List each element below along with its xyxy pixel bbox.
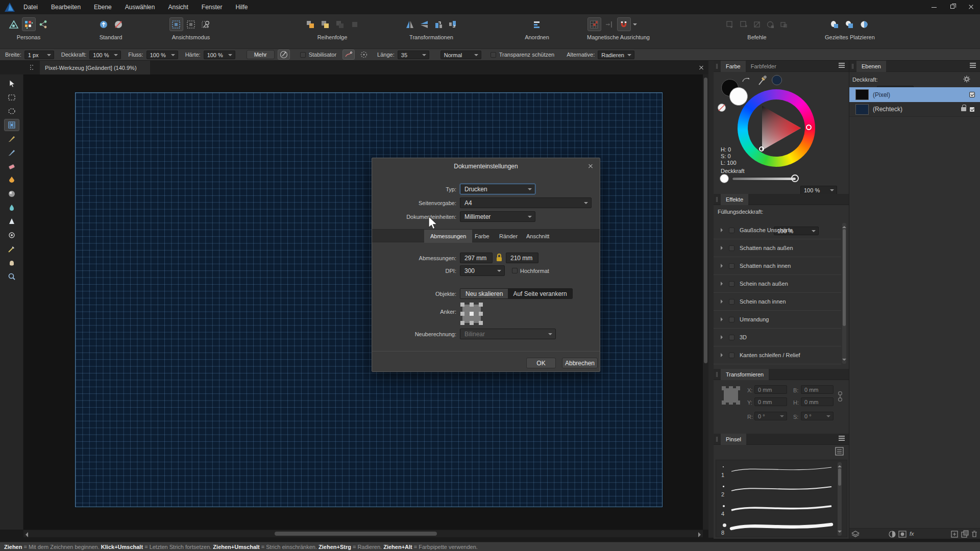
- panel-grip[interactable]: [716, 197, 718, 202]
- effect-row[interactable]: Schein nach innen: [714, 293, 841, 311]
- document-tab[interactable]: Pixel-Werkzeug [Geändert] (140.9%): [40, 61, 150, 74]
- layer-thumbnail[interactable]: [855, 89, 869, 100]
- tab-abmessungen[interactable]: Abmessungen: [424, 230, 472, 243]
- eraser-tool-icon[interactable]: [4, 160, 19, 172]
- move-tool-icon[interactable]: [4, 78, 19, 90]
- opacity-dropdown[interactable]: 100 %: [89, 51, 121, 59]
- blend-options-gear-icon[interactable]: [963, 75, 971, 83]
- move-to-front-icon[interactable]: [303, 17, 317, 31]
- effect-checkbox[interactable]: [729, 299, 734, 305]
- swap-colors-icon[interactable]: [742, 76, 751, 83]
- layer-row-pixel[interactable]: (Pixel): [849, 87, 980, 102]
- brush-settings-icon[interactable]: [278, 49, 290, 60]
- rotate-cw-icon[interactable]: [446, 17, 459, 31]
- effect-checkbox[interactable]: [729, 317, 734, 322]
- layer-row-rechteck[interactable]: (Rechteck): [849, 102, 980, 117]
- color-opacity-dropdown[interactable]: 100 %: [800, 186, 837, 194]
- move-to-back-icon[interactable]: [348, 17, 361, 31]
- effects-scrollbar[interactable]: [842, 223, 846, 364]
- blend-mode-dropdown[interactable]: Normal: [440, 51, 481, 59]
- layer-thumbnail[interactable]: [855, 104, 869, 115]
- place-replace-icon[interactable]: [857, 17, 871, 31]
- s-dropdown[interactable]: 0 °: [801, 412, 834, 420]
- expander-icon[interactable]: [721, 317, 725, 321]
- height-field[interactable]: 210 mm: [506, 253, 538, 263]
- panel-grip[interactable]: [716, 437, 718, 442]
- width-dropdown[interactable]: 1 px: [24, 51, 54, 59]
- menu-bearbeiten[interactable]: Bearbeiten: [51, 4, 81, 11]
- document-units-dropdown[interactable]: Millimeter: [460, 211, 535, 222]
- move-backward-icon[interactable]: [333, 17, 347, 31]
- vertical-scroll-thumb[interactable]: [704, 78, 707, 363]
- page-preset-dropdown[interactable]: A4: [460, 197, 592, 208]
- expander-icon[interactable]: [721, 353, 725, 357]
- pixel-persona-icon[interactable]: [22, 17, 36, 31]
- scroll-down-icon[interactable]: [842, 359, 846, 363]
- panel-menu-icon[interactable]: [839, 438, 845, 439]
- brush-stroke-preview[interactable]: [729, 519, 835, 534]
- resample-dropdown[interactable]: Bilinear: [460, 329, 556, 339]
- scroll-up-icon[interactable]: [838, 463, 842, 467]
- sl-marker[interactable]: [759, 146, 764, 152]
- more-button[interactable]: Mehr: [247, 50, 275, 59]
- tab-anschnitt[interactable]: Anschnitt: [520, 230, 555, 243]
- freehand-select-tool-icon[interactable]: [4, 105, 19, 117]
- hardness-dropdown[interactable]: 100 %: [204, 51, 235, 59]
- smudge-tool-icon[interactable]: [4, 202, 19, 214]
- foreground-color-swatch[interactable]: [729, 87, 748, 106]
- transform-link-icon[interactable]: [838, 389, 843, 405]
- align-icon[interactable]: [530, 17, 544, 31]
- stabilizer-checkbox[interactable]: [300, 52, 306, 58]
- dodge-tool-icon[interactable]: [4, 229, 19, 241]
- vertical-scrollbar[interactable]: [703, 74, 708, 530]
- b-field[interactable]: 0 mm: [801, 385, 834, 394]
- rotate-ccw-icon[interactable]: [432, 17, 445, 31]
- effect-checkbox[interactable]: [729, 245, 734, 251]
- panel-menu-icon[interactable]: [839, 65, 845, 66]
- effect-checkbox[interactable]: [729, 335, 734, 340]
- assistant-on-icon[interactable]: [96, 17, 110, 31]
- effect-checkbox[interactable]: [729, 228, 734, 233]
- zoom-tool-icon[interactable]: [4, 270, 19, 283]
- fx-icon[interactable]: fx: [910, 531, 914, 537]
- viewmode-outline-icon[interactable]: [199, 17, 213, 31]
- horizontal-scroll-thumb[interactable]: [275, 532, 437, 536]
- effect-row[interactable]: Umrandung: [714, 311, 841, 329]
- length-dropdown[interactable]: 35: [398, 51, 429, 59]
- expander-icon[interactable]: [721, 335, 725, 339]
- scroll-left-icon[interactable]: [26, 532, 28, 537]
- export-persona-icon[interactable]: [37, 17, 51, 31]
- layer-visibility-checkbox[interactable]: [969, 107, 975, 112]
- place-behind-icon[interactable]: [843, 17, 856, 31]
- view-tool-icon[interactable]: [4, 257, 19, 269]
- opacity-slider-knob[interactable]: [791, 174, 799, 182]
- horizontal-scrollbar[interactable]: [23, 530, 703, 537]
- dialog-close-icon[interactable]: [587, 163, 594, 169]
- dpi-dropdown[interactable]: 300: [460, 265, 505, 276]
- snap-move-icon[interactable]: [602, 17, 616, 31]
- panel-grip[interactable]: [852, 64, 853, 69]
- brush-scrollbar[interactable]: [838, 462, 842, 536]
- hue-marker[interactable]: [806, 124, 812, 130]
- no-color-swatch[interactable]: [718, 104, 726, 112]
- mask-icon[interactable]: [898, 530, 906, 538]
- adjustment-icon[interactable]: [888, 530, 896, 538]
- scroll-up-icon[interactable]: [842, 224, 846, 228]
- minimize-button[interactable]: [925, 0, 943, 14]
- tab-effekte-panel[interactable]: Effekte: [721, 194, 748, 205]
- flip-horizontal-icon[interactable]: [403, 17, 416, 31]
- flood-fill-tool-icon[interactable]: [4, 174, 19, 186]
- anchor-to-page-option[interactable]: Auf Seite verankern: [508, 289, 572, 298]
- tab-farbe[interactable]: Farbe: [469, 230, 496, 243]
- tab-transformieren-panel[interactable]: Transformieren: [721, 369, 769, 380]
- cancel-button[interactable]: Abbrechen: [562, 358, 598, 368]
- assistant-off-icon[interactable]: [111, 17, 125, 31]
- command-icon-3[interactable]: [751, 17, 763, 31]
- eyedropper-icon[interactable]: [757, 74, 768, 86]
- width-field[interactable]: 297 mm: [460, 253, 493, 263]
- effect-row[interactable]: Schatten nach innen: [714, 257, 841, 275]
- effect-checkbox[interactable]: [729, 353, 734, 358]
- new-layer-icon[interactable]: [961, 530, 969, 538]
- expander-icon[interactable]: [721, 299, 725, 304]
- panel-menu-icon[interactable]: [970, 65, 976, 66]
